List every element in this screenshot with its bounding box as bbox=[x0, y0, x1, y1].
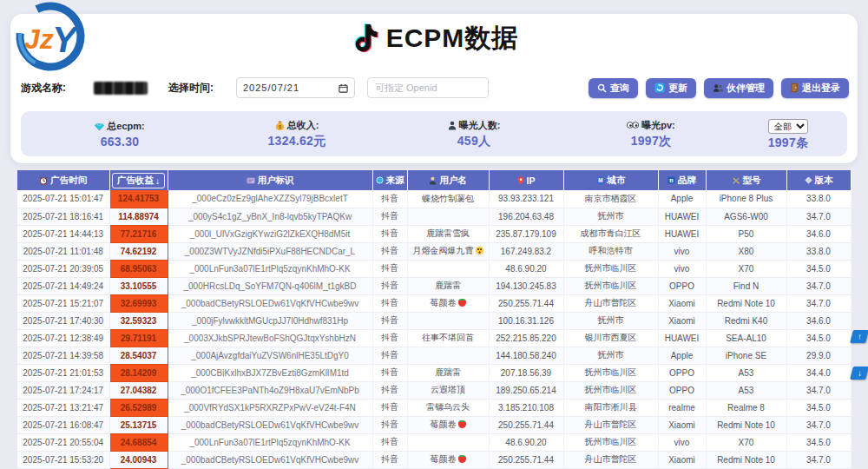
table-row: 2025-07-21 14:49:2433.10555_000HRcsLDq_S… bbox=[17, 277, 851, 294]
cell-source: 抖音 bbox=[372, 451, 407, 468]
brand-b-icon: B bbox=[667, 176, 675, 184]
cell-username: 莓颜卷 bbox=[407, 451, 489, 468]
cell-source: 抖音 bbox=[372, 433, 407, 451]
cell-username: 鹿踹雷 bbox=[407, 364, 489, 381]
cell-revenue: 29.71191 bbox=[109, 329, 168, 347]
col-ad-time: 广告时间 bbox=[17, 170, 109, 190]
cell-revenue: 32.69993 bbox=[109, 294, 168, 312]
cell-brand: OPPO bbox=[658, 364, 706, 381]
cell-version: 34.5.0 bbox=[786, 433, 851, 451]
cell-username: 鹿踹雷雪疯 bbox=[407, 225, 489, 242]
cell-openid: _000HRcsLDq_SoYFM7QN-q406lM_t1gkBD bbox=[168, 277, 372, 294]
table-row: 2025-07-21 17:40:3032.59323_000jFylvwkkl… bbox=[17, 312, 851, 329]
cell-city: 舟山市普陀区 bbox=[563, 451, 658, 468]
cell-city: 呼和浩特市 bbox=[563, 242, 658, 260]
scroll-down-float-button[interactable]: ↓ bbox=[850, 367, 868, 380]
search-button[interactable]: 查询 bbox=[589, 78, 638, 98]
cell-openid: _000jFylvwkkltMGUcpJJ7l0Hdhwf831Hp bbox=[168, 312, 372, 329]
cell-version: 33.8.0 bbox=[786, 190, 851, 208]
total-ecpm-value: 663.30 bbox=[31, 135, 208, 149]
cell-city: 南京市栖霞区 bbox=[563, 190, 658, 208]
filter-select[interactable]: 全部 bbox=[768, 119, 808, 134]
cell-ip: 48.6.90.20 bbox=[489, 260, 563, 277]
cell-time: 2025-07-21 11:01:48 bbox=[17, 242, 109, 260]
table-row: 2025-07-21 15:01:47124.41753_000eCz0zEz9… bbox=[17, 190, 851, 208]
cell-username: 月熔金阀爆九霄 bbox=[407, 242, 489, 260]
cell-ip: 189.250.65.214 bbox=[489, 381, 563, 399]
cell-ip: 250.255.71.44 bbox=[489, 294, 563, 312]
page-title-row: ECPM数据 bbox=[0, 21, 868, 56]
cell-model: Realme 8 bbox=[706, 399, 786, 416]
cell-version: 34.6.0 bbox=[786, 225, 851, 242]
cell-openid: _000CBiKxlhxBJX7ZBvEzti8GzmKlIM1td bbox=[168, 364, 372, 381]
strawberry-emoji bbox=[458, 420, 466, 428]
cell-city: 抚州市临川区 bbox=[563, 364, 658, 381]
total-count-value: 1997条 bbox=[740, 135, 837, 151]
cell-model: X80 bbox=[706, 242, 786, 260]
openid-input[interactable] bbox=[367, 77, 489, 98]
record-filter: 全部 1997条 bbox=[740, 117, 837, 151]
gem-icon bbox=[95, 122, 104, 131]
cell-source: 抖音 bbox=[372, 208, 407, 225]
sort-revenue-button[interactable]: 广告收益↓ bbox=[112, 173, 165, 188]
col-ad-revenue: 广告收益↓ bbox=[109, 170, 168, 190]
cell-city: 抚州市 bbox=[563, 347, 658, 364]
date-picker[interactable]: 2025/07/21 bbox=[236, 77, 355, 98]
cell-revenue: 68.95063 bbox=[109, 260, 168, 277]
scroll-up-float-button[interactable]: ↑ bbox=[850, 330, 868, 343]
table-row: 2025-07-21 12:38:4929.71191_0003XJkbSPRJ… bbox=[17, 329, 851, 347]
cell-ip: 100.16.31.126 bbox=[489, 312, 563, 329]
refresh-button[interactable]: 更新 bbox=[646, 78, 696, 98]
cell-openid: _000eCz0zEz9glAheXZZSyl79jBBcxletT bbox=[168, 190, 372, 208]
cell-source: 抖音 bbox=[372, 399, 407, 416]
partners-icon bbox=[713, 83, 723, 93]
cell-time: 2025-07-21 15:53:20 bbox=[17, 451, 109, 468]
date-value: 2025/07/21 bbox=[243, 83, 333, 93]
cell-revenue: 77.21716 bbox=[109, 225, 168, 242]
clock-icon bbox=[39, 176, 48, 185]
cell-revenue: 26.52989 bbox=[109, 399, 168, 416]
cell-brand: Apple bbox=[658, 190, 706, 208]
cell-time: 2025-07-21 15:21:07 bbox=[17, 294, 109, 312]
strawberry-emoji bbox=[458, 455, 466, 463]
cell-revenue: 24.00943 bbox=[109, 451, 168, 468]
sort-desc-icon: ↓ bbox=[155, 175, 160, 186]
cell-username bbox=[407, 312, 489, 329]
cell-time: 2025-07-21 14:39:58 bbox=[17, 347, 109, 364]
cell-source: 抖音 bbox=[372, 190, 407, 208]
cell-brand: HUAWEI bbox=[658, 225, 706, 242]
cell-model: Redmi K40 bbox=[706, 312, 786, 329]
cell-ip: 196.204.63.48 bbox=[489, 208, 563, 225]
cell-model: AGS6-W00 bbox=[706, 208, 786, 225]
logout-button[interactable]: 退出登录 bbox=[781, 78, 849, 98]
stat-total-income: $ 总收入: 1324.62元 bbox=[208, 119, 385, 149]
table-row: 2025-07-21 20:39:0568.95063_000LnFun3a07… bbox=[17, 260, 851, 277]
cell-ip: 194.130.245.83 bbox=[489, 277, 563, 294]
col-source: 来源 bbox=[372, 170, 407, 190]
cell-revenue: 114.88974 bbox=[109, 208, 168, 225]
cell-city: 抚州市 bbox=[563, 208, 658, 225]
cell-openid: _000badCBetyRSLOEDw61VqKfVHCwbe9wv bbox=[168, 416, 372, 433]
cell-username bbox=[407, 433, 489, 451]
cell-brand: vivo bbox=[658, 242, 706, 260]
cell-model: Find N bbox=[706, 277, 786, 294]
cell-brand: Xiaomi bbox=[658, 294, 706, 312]
partner-manage-button[interactable]: 伙伴管理 bbox=[704, 78, 773, 98]
cell-revenue: 24.68854 bbox=[109, 433, 168, 451]
time-label: 选择时间: bbox=[168, 81, 214, 96]
table-row: 2025-07-21 15:21:0732.69993_000badCBetyR… bbox=[17, 294, 851, 312]
source-dot-icon bbox=[376, 176, 384, 184]
cell-ip: 48.6.90.20 bbox=[489, 433, 563, 451]
col-city: M 城市 bbox=[563, 170, 658, 190]
cell-username bbox=[407, 260, 489, 277]
cell-revenue: 124.41753 bbox=[109, 190, 168, 208]
cell-city: 抚州市 bbox=[563, 312, 658, 329]
total-income-value: 1324.62元 bbox=[208, 134, 385, 149]
table-row: 2025-07-21 11:01:4874.62192_000Z3WTVyJZN… bbox=[17, 242, 851, 260]
col-version: 版本 bbox=[786, 170, 851, 190]
cell-ip: 3.185.210.108 bbox=[489, 399, 563, 416]
strawberry-emoji bbox=[458, 299, 466, 307]
cell-time: 2025-07-21 14:44:13 bbox=[17, 225, 109, 242]
cell-city: 抚州市临川区 bbox=[563, 381, 658, 399]
refresh-icon bbox=[654, 83, 665, 93]
